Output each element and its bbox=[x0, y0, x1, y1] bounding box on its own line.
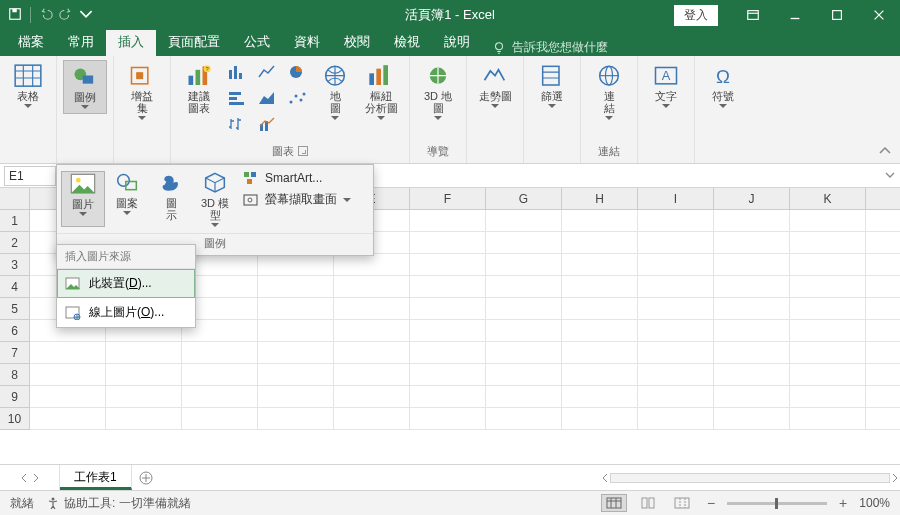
stock-chart-icon[interactable] bbox=[223, 112, 251, 136]
svg-rect-5 bbox=[15, 65, 41, 86]
tab-file[interactable]: 檔案 bbox=[6, 28, 56, 56]
tab-pagelayout[interactable]: 頁面配置 bbox=[156, 28, 232, 56]
link-button[interactable]: 連 結 bbox=[587, 60, 631, 124]
col-header[interactable]: H bbox=[562, 188, 638, 209]
row-header[interactable]: 5 bbox=[0, 298, 30, 320]
chart-icon: ? bbox=[185, 64, 213, 88]
collapse-ribbon-icon[interactable] bbox=[878, 145, 892, 159]
svg-rect-10 bbox=[189, 76, 194, 85]
tab-home[interactable]: 常用 bbox=[56, 28, 106, 56]
status-bar: 就緒 協助工具: 一切準備就緒 − + 100% bbox=[0, 490, 900, 515]
maximize-icon[interactable] bbox=[816, 0, 858, 30]
tables-button[interactable]: 表格 bbox=[6, 60, 50, 112]
zoom-slider[interactable] bbox=[727, 502, 827, 505]
chevron-down-icon bbox=[81, 105, 89, 109]
sparklines-button[interactable]: 走勢圖 bbox=[473, 60, 517, 112]
name-box[interactable]: E1 bbox=[4, 166, 56, 186]
ribbon: 表格 圖例 增益 集 ? 建議 bbox=[0, 56, 900, 164]
tab-data[interactable]: 資料 bbox=[282, 28, 332, 56]
filters-button[interactable]: 篩選 bbox=[530, 60, 574, 112]
svg-rect-33 bbox=[543, 67, 559, 86]
page-break-view-icon[interactable] bbox=[669, 494, 695, 512]
tab-view[interactable]: 檢視 bbox=[382, 28, 432, 56]
maps-button[interactable]: 地 圖 bbox=[313, 60, 357, 124]
zoom-in-button[interactable]: + bbox=[835, 495, 851, 511]
select-all-corner[interactable] bbox=[0, 188, 30, 209]
pivot-chart-button[interactable]: 樞紐 分析圖 bbox=[359, 60, 403, 124]
text-button[interactable]: A 文字 bbox=[644, 60, 688, 112]
close-icon[interactable] bbox=[858, 0, 900, 30]
illustrations-button[interactable]: 圖例 bbox=[63, 60, 107, 114]
area-chart-icon[interactable] bbox=[253, 86, 281, 110]
row-header[interactable]: 7 bbox=[0, 342, 30, 364]
scatter-chart-icon[interactable] bbox=[283, 86, 311, 110]
expand-formula-bar-icon[interactable] bbox=[884, 169, 896, 183]
row-header[interactable]: 8 bbox=[0, 364, 30, 386]
horizontal-scrollbar[interactable] bbox=[600, 465, 900, 490]
pictures-button[interactable]: 圖片 bbox=[61, 171, 105, 227]
col-header[interactable]: G bbox=[486, 188, 562, 209]
svg-point-52 bbox=[52, 498, 55, 501]
3d-map-button[interactable]: 3D 地 圖 bbox=[416, 60, 460, 124]
col-header[interactable]: F bbox=[410, 188, 486, 209]
addins-button[interactable]: 增益 集 bbox=[120, 60, 164, 124]
group-filters: 篩選 bbox=[524, 56, 581, 163]
col-header[interactable]: K bbox=[790, 188, 866, 209]
line-chart-icon[interactable] bbox=[253, 60, 281, 84]
row-header[interactable]: 3 bbox=[0, 254, 30, 276]
add-sheet-button[interactable] bbox=[132, 465, 160, 490]
normal-view-icon[interactable] bbox=[601, 494, 627, 512]
redo-icon[interactable] bbox=[59, 7, 73, 24]
tab-review[interactable]: 校閱 bbox=[332, 28, 382, 56]
this-device-menu-item[interactable]: 此裝置(D)... bbox=[57, 269, 195, 298]
combo-chart-icon[interactable] bbox=[253, 112, 281, 136]
bar-chart-icon[interactable] bbox=[223, 86, 251, 110]
chevron-down-icon bbox=[211, 223, 219, 227]
scroll-right-icon[interactable] bbox=[890, 473, 900, 483]
smartart-button[interactable]: SmartArt... bbox=[243, 171, 351, 185]
row-header[interactable]: 6 bbox=[0, 320, 30, 342]
tab-help[interactable]: 說明 bbox=[432, 28, 482, 56]
page-layout-view-icon[interactable] bbox=[635, 494, 661, 512]
row-header[interactable]: 9 bbox=[0, 386, 30, 408]
screenshot-button[interactable]: 螢幕擷取畫面 bbox=[243, 191, 351, 208]
minimize-icon[interactable] bbox=[774, 0, 816, 30]
row-header[interactable]: 10 bbox=[0, 408, 30, 430]
col-header[interactable]: J bbox=[714, 188, 790, 209]
sheet-next-icon[interactable] bbox=[32, 473, 40, 483]
3d-models-button[interactable]: 3D 模 型 bbox=[193, 171, 237, 227]
col-header[interactable]: L bbox=[866, 188, 900, 209]
save-icon[interactable] bbox=[8, 7, 22, 24]
ribbon-tabs: 檔案 常用 插入 頁面配置 公式 資料 校閱 檢視 說明 告訴我您想做什麼 bbox=[0, 30, 900, 56]
group-tables: 表格 bbox=[0, 56, 57, 163]
row-header[interactable]: 2 bbox=[0, 232, 30, 254]
undo-icon[interactable] bbox=[39, 7, 53, 24]
ribbon-display-options-icon[interactable] bbox=[732, 0, 774, 30]
recommended-charts-button[interactable]: ? 建議 圖表 bbox=[177, 60, 221, 118]
svg-rect-20 bbox=[229, 97, 237, 100]
tab-insert[interactable]: 插入 bbox=[106, 28, 156, 56]
symbols-button[interactable]: Ω 符號 bbox=[701, 60, 745, 112]
zoom-level[interactable]: 100% bbox=[859, 496, 890, 510]
row-header[interactable]: 4 bbox=[0, 276, 30, 298]
pie-chart-icon[interactable] bbox=[283, 60, 311, 84]
sheet-tab[interactable]: 工作表1 bbox=[60, 465, 132, 490]
scroll-left-icon[interactable] bbox=[600, 473, 610, 483]
online-pictures-menu-item[interactable]: 線上圖片(O)... bbox=[57, 298, 195, 327]
col-header[interactable]: I bbox=[638, 188, 714, 209]
column-chart-icon[interactable] bbox=[223, 60, 251, 84]
icons-button[interactable]: 圖 示 bbox=[149, 171, 193, 227]
zoom-out-button[interactable]: − bbox=[703, 495, 719, 511]
shapes-icon bbox=[71, 65, 99, 89]
accessibility-status[interactable]: 協助工具: 一切準備就緒 bbox=[46, 495, 191, 512]
shapes-button[interactable]: 圖案 bbox=[105, 171, 149, 227]
tell-me-search[interactable]: 告訴我您想做什麼 bbox=[492, 39, 608, 56]
login-button[interactable]: 登入 bbox=[674, 5, 718, 26]
qat-customize-icon[interactable] bbox=[79, 7, 93, 24]
device-picture-icon bbox=[65, 277, 81, 291]
row-header[interactable]: 1 bbox=[0, 210, 30, 232]
tab-formulas[interactable]: 公式 bbox=[232, 28, 282, 56]
sheet-prev-icon[interactable] bbox=[20, 473, 28, 483]
sheet-nav[interactable] bbox=[0, 465, 60, 490]
charts-dialog-launcher[interactable] bbox=[298, 146, 308, 156]
